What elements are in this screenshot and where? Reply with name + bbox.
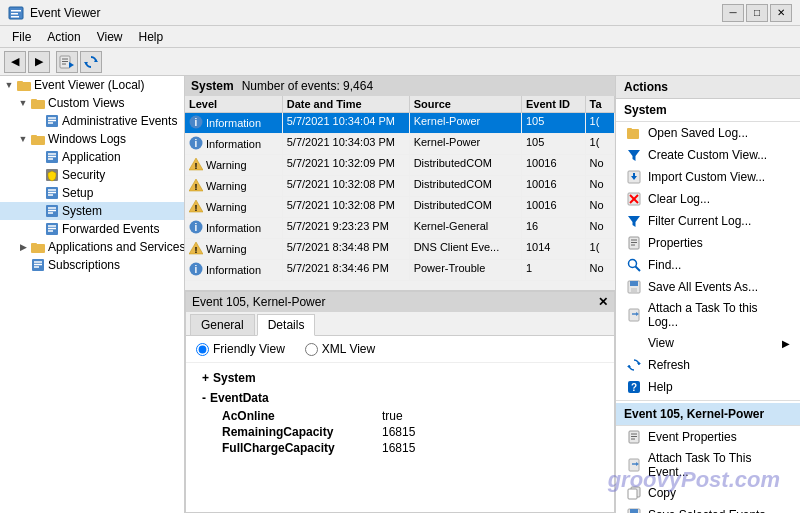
menu-help[interactable]: Help [131, 28, 172, 46]
date-cell: 5/7/2021 8:34:48 PM [283, 239, 410, 259]
tab-details[interactable]: Details [257, 314, 316, 336]
tab-general[interactable]: General [190, 314, 255, 335]
xml-view-radio[interactable] [305, 343, 318, 356]
level-text: Information [206, 117, 261, 129]
sidebar-item-forwarded[interactable]: Forwarded Events [0, 220, 184, 238]
action-copy[interactable]: Copy [616, 482, 800, 504]
level-text: Information [206, 222, 261, 234]
center-area: System Number of events: 9,464 Level Dat… [185, 76, 615, 513]
col-eventid: Event ID [522, 96, 586, 112]
folder-icon [30, 239, 46, 255]
xml-view-option[interactable]: XML View [305, 342, 375, 356]
action-attach-task-event[interactable]: Attach Task To This Event... [616, 448, 800, 482]
eventdata-section: - EventData AcOnline true RemainingCapac… [202, 391, 598, 455]
table-row[interactable]: !Warning5/7/2021 10:32:08 PMDistributedC… [185, 176, 615, 197]
sidebar-label: System [62, 204, 102, 218]
remaining-capacity-name: RemainingCapacity [222, 425, 362, 439]
app-icon [8, 5, 24, 21]
eventdata-toggle[interactable]: - EventData [202, 391, 598, 405]
eventid-cell: 16 [522, 218, 586, 238]
svg-rect-76 [630, 281, 638, 286]
doc-icon [44, 203, 60, 219]
action-attach-task[interactable]: Attach a Task To this Log... [616, 298, 800, 332]
maximize-button[interactable]: □ [746, 4, 768, 22]
svg-rect-3 [11, 16, 19, 18]
table-row[interactable]: !Warning5/7/2021 10:32:09 PMDistributedC… [185, 155, 615, 176]
sidebar-item-adminevents[interactable]: Administrative Events [0, 112, 184, 130]
action-clear-log[interactable]: Clear Log... [616, 188, 800, 210]
level-icon: ! [189, 199, 203, 215]
toolbar: ◀ ▶ [0, 48, 800, 76]
svg-text:i: i [195, 264, 198, 275]
action-save-selected[interactable]: Save Selected Events... [616, 504, 800, 513]
action-refresh-system[interactable]: Refresh [616, 354, 800, 376]
menu-action[interactable]: Action [39, 28, 88, 46]
sidebar-label: Administrative Events [62, 114, 177, 128]
table-row[interactable]: iInformation5/7/2021 10:34:03 PMKernel-P… [185, 134, 615, 155]
detail-close-button[interactable]: ✕ [598, 295, 608, 309]
level-text: Warning [206, 159, 247, 171]
system-section-toggle[interactable]: + System [202, 371, 598, 385]
minimize-button[interactable]: ─ [722, 4, 744, 22]
remaining-capacity-field: RemainingCapacity 16815 [222, 425, 598, 439]
action-event-properties[interactable]: Event Properties [616, 426, 800, 448]
date-cell: 5/7/2021 8:34:46 PM [283, 260, 410, 280]
svg-rect-14 [31, 99, 37, 102]
detail-title: Event 105, Kernel-Power [192, 295, 325, 309]
sidebar-item-application[interactable]: Application [0, 148, 184, 166]
table-row[interactable]: iInformation5/7/2021 9:23:23 PMKernel-Ge… [185, 218, 615, 239]
action-label: Create Custom View... [648, 148, 767, 162]
friendly-view-option[interactable]: Friendly View [196, 342, 285, 356]
date-cell: 5/7/2021 10:32:08 PM [283, 197, 410, 217]
sidebar-label: Windows Logs [48, 132, 126, 146]
action-button[interactable] [56, 51, 78, 73]
sidebar-item-eventviewer[interactable]: ▼ Event Viewer (Local) [0, 76, 184, 94]
action-create-custom-view[interactable]: Create Custom View... [616, 144, 800, 166]
level-cell: iInformation [185, 134, 283, 154]
table-row[interactable]: iInformation5/7/2021 8:34:46 PMPower-Tro… [185, 260, 615, 281]
expand-icon [30, 168, 44, 182]
action-label: Refresh [648, 358, 690, 372]
table-row[interactable]: iInformation5/7/2021 10:34:04 PMKernel-P… [185, 113, 615, 134]
action-filter[interactable]: Filter Current Log... [616, 210, 800, 232]
sidebar-item-subscriptions[interactable]: Subscriptions [0, 256, 184, 274]
action-properties[interactable]: Properties [616, 232, 800, 254]
action-open-saved-log[interactable]: Open Saved Log... [616, 122, 800, 144]
back-button[interactable]: ◀ [4, 51, 26, 73]
source-cell: Kernel-Power [410, 113, 522, 133]
source-cell: Kernel-Power [410, 134, 522, 154]
sidebar-item-customviews[interactable]: ▼ Custom Views [0, 94, 184, 112]
menu-view[interactable]: View [89, 28, 131, 46]
action-find[interactable]: Find... [616, 254, 800, 276]
action-label: Event Properties [648, 430, 737, 444]
menu-file[interactable]: File [4, 28, 39, 46]
close-button[interactable]: ✕ [770, 4, 792, 22]
eventid-cell: 1 [522, 260, 586, 280]
action-label: Import Custom View... [648, 170, 765, 184]
action-label: Find... [648, 258, 681, 272]
folder-icon [30, 95, 46, 111]
sidebar-item-appservicelogs[interactable]: ▶ Applications and Services Logs [0, 238, 184, 256]
action-help-system[interactable]: ? Help [616, 376, 800, 398]
action-label: Properties [648, 236, 703, 250]
sidebar-item-setup[interactable]: Setup [0, 184, 184, 202]
action-view[interactable]: View ▶ [616, 332, 800, 354]
svg-text:!: ! [195, 203, 198, 213]
level-cell: iInformation [185, 260, 283, 280]
action-import-custom-view[interactable]: Import Custom View... [616, 166, 800, 188]
table-row[interactable]: !Warning5/7/2021 8:34:48 PMDNS Client Ev… [185, 239, 615, 260]
refresh-button[interactable] [80, 51, 102, 73]
sidebar-item-system[interactable]: System [0, 202, 184, 220]
table-row[interactable]: !Warning5/7/2021 10:32:08 PMDistributedC… [185, 197, 615, 218]
expand-icon [16, 258, 30, 272]
sidebar-item-security[interactable]: Security [0, 166, 184, 184]
col-source: Source [410, 96, 522, 112]
forward-button[interactable]: ▶ [28, 51, 50, 73]
svg-rect-39 [31, 243, 37, 246]
sidebar-label: Custom Views [48, 96, 124, 110]
level-text: Warning [206, 180, 247, 192]
action-save-all-events[interactable]: Save All Events As... [616, 276, 800, 298]
sidebar-item-windowslogs[interactable]: ▼ Windows Logs [0, 130, 184, 148]
doc-icon [44, 113, 60, 129]
friendly-view-radio[interactable] [196, 343, 209, 356]
